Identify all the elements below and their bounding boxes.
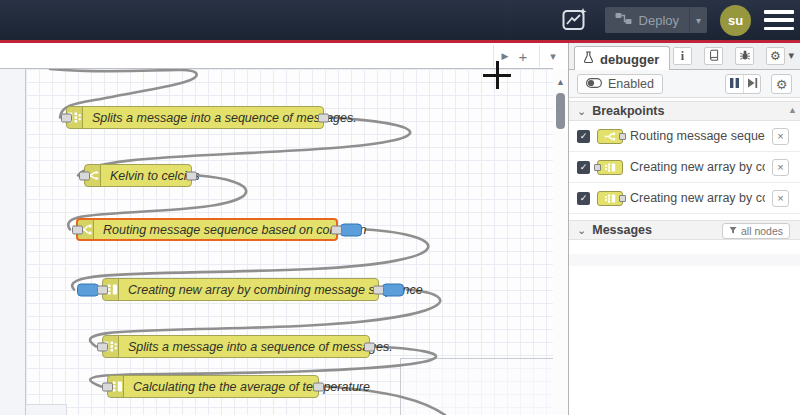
debug-tab-button[interactable] [735,47,754,65]
hamburger-menu-icon [764,10,794,14]
add-flow-button[interactable]: + [514,43,532,69]
sidebar-scroll-up-icon[interactable]: ▲ [788,105,797,115]
tab-debugger[interactable]: debugger [574,46,670,71]
sidebar-tab-bar: debugger i ⚙ ▾ [569,43,800,70]
gear-icon: ⚙ [770,49,781,63]
enabled-label: Enabled [608,77,654,91]
messages-empty-area [569,254,800,266]
breakpoint-row[interactable]: ✓ Creating new array by combining messag… [569,183,800,214]
chevron-down-icon: ⌄ [577,225,586,235]
node-split-1[interactable]: Splits a message into a sequence of mess… [66,106,324,129]
remove-breakpoint-button[interactable]: × [772,128,789,145]
debugger-settings-button[interactable]: ⚙ [771,74,792,94]
pause-step-controls [725,74,761,94]
mini-join-node-icon [597,191,623,206]
flask-icon [583,50,594,68]
breakpoint-checkbox[interactable]: ✓ [577,192,590,205]
message-filter-button[interactable]: all nodes [722,223,790,239]
filter-label: all nodes [741,225,783,237]
output-port[interactable] [331,225,342,234]
main-menu-button[interactable] [764,10,794,30]
breakpoint-row[interactable]: ✓ Routing message sequence based on cond… [569,121,800,152]
section-title: Breakpoints [592,104,664,118]
breakpoint-marker[interactable] [340,223,362,236]
breakpoint-marker[interactable] [382,283,404,296]
input-port[interactable] [97,342,108,351]
breakpoint-label: Creating new array by combining message … [630,160,765,174]
tab-scroll-right-button[interactable]: ▶ [497,43,513,69]
node-split-2[interactable]: Splits a message into a sequence of mess… [102,335,370,358]
debugger-enabled-toggle[interactable]: Enabled [577,74,663,94]
breakpoint-marker[interactable] [77,283,99,296]
check-icon: ✓ [580,162,588,172]
section-title: Messages [592,223,652,237]
debugger-toolbar: Enabled ⚙ [569,70,800,98]
pause-icon [729,75,740,93]
step-button[interactable] [743,75,760,93]
node-join-average[interactable]: Calculating the the average of temperatu… [107,375,319,398]
export-chart-button[interactable] [558,5,592,35]
canvas-vertical-scrollbar[interactable]: ▲ [553,69,568,415]
messages-section-header[interactable]: ⌄ Messages all nodes [569,220,800,240]
close-icon: × [777,131,783,142]
play-icon: ▶ [502,51,509,61]
bug-icon [739,49,751,64]
book-icon [708,49,720,64]
chevron-down-icon: ⌄ [577,106,586,116]
breakpoint-row[interactable]: ✓ Creating new array by combining messag… [569,152,800,183]
tab-label: debugger [600,52,659,67]
node-switch-routing[interactable]: Routing message sequence based on condit… [76,218,338,241]
node-label: Calculating the the average of temperatu… [124,376,380,397]
node-join-array[interactable]: Creating new array by combining message … [102,278,379,301]
check-icon: ✓ [580,131,588,141]
node-change-kelvin[interactable]: Kelvin to celcius [84,164,192,187]
input-port[interactable] [102,382,113,391]
export-chart-icon [562,7,588,34]
deploy-label: Deploy [639,13,679,28]
input-port[interactable] [72,225,83,234]
pause-button[interactable] [726,75,743,93]
input-port[interactable] [79,171,90,180]
flow-canvas[interactable]: Splits a message into a sequence of mess… [0,69,553,415]
scrollbar-thumb[interactable] [556,93,565,129]
breakpoint-checkbox[interactable]: ✓ [577,161,590,174]
output-port[interactable] [318,113,329,122]
user-avatar[interactable]: su [720,5,751,36]
flow-tab-bar: ▶ + ▾ [0,43,553,69]
close-icon: × [777,193,783,204]
remove-breakpoint-button[interactable]: × [772,190,789,207]
deploy-nodes-icon [615,11,632,29]
breakpoint-checkbox[interactable]: ✓ [577,130,590,143]
scroll-up-icon[interactable]: ▲ [553,77,568,87]
deploy-button[interactable]: Deploy ▾ [605,7,707,33]
toggle-on-icon [586,77,602,91]
output-port[interactable] [364,342,375,351]
breakpoint-label: Routing message sequence based on condit… [630,129,765,143]
remove-breakpoint-button[interactable]: × [772,159,789,176]
crosshair-cursor [483,74,511,77]
breakpoints-section-header[interactable]: ⌄ Breakpoints [569,101,800,121]
mini-switch-node-icon [597,129,623,144]
info-tab-button[interactable]: i [673,47,692,65]
node-label: Splits a message into a sequence of mess… [119,336,403,357]
sidebar-options-button[interactable]: ▾ [788,49,794,62]
check-icon: ✓ [580,193,588,203]
plus-icon: + [519,48,528,65]
input-port[interactable] [61,113,72,122]
mini-join-node-icon [597,160,623,175]
input-port[interactable] [97,285,108,294]
help-tab-button[interactable] [704,47,723,65]
debug-sidebar: debugger i ⚙ ▾ [568,43,800,415]
output-port[interactable] [313,382,324,391]
output-port[interactable] [186,171,197,180]
output-port[interactable] [373,285,384,294]
chevron-down-icon: ▾ [550,50,556,63]
close-icon: × [777,162,783,173]
step-icon [747,75,758,93]
chevron-down-icon: ▾ [696,15,701,26]
config-tab-button[interactable]: ⚙ [766,47,785,65]
funnel-icon [729,225,737,237]
deploy-options-button[interactable]: ▾ [689,7,707,33]
flow-list-button[interactable]: ▾ [544,43,562,69]
node-red-window: Deploy ▾ su ▶ + ▾ [0,0,800,415]
